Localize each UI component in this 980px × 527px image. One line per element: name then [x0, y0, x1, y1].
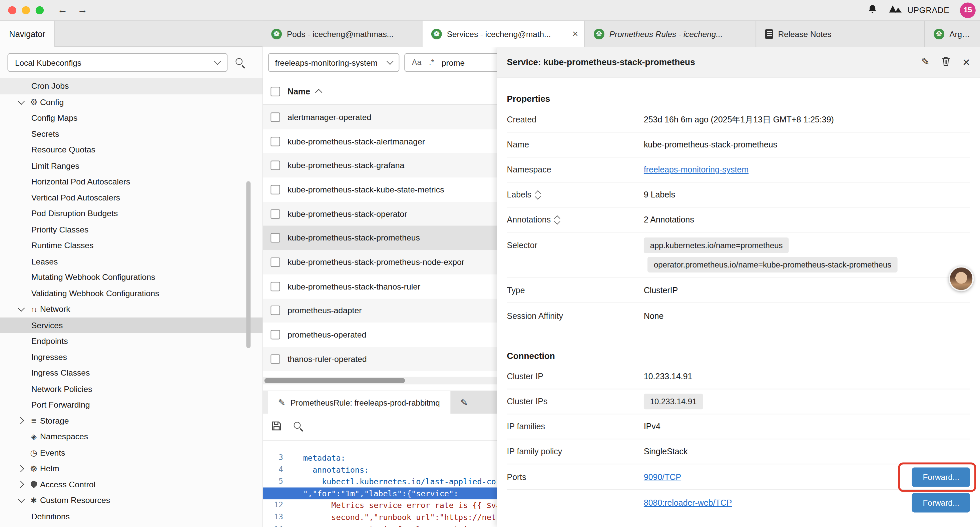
sidebar-item[interactable]: Config: [0, 94, 262, 110]
sidebar-item[interactable]: Mutating Webhook Configurations: [0, 269, 262, 285]
table-row[interactable]: kube-prometheus-stack-operator: [263, 202, 497, 226]
services-search-box[interactable]: Aa .* prome: [404, 53, 497, 72]
port-link-8080[interactable]: 8080:reloader-web/TCP: [644, 498, 732, 507]
close-tab-icon[interactable]: ×: [573, 29, 578, 39]
sidebar-item[interactable]: Priority Classes: [0, 221, 262, 237]
dock-tab-prometheusrule[interactable]: ✎ PrometheusRule: freeleaps-prod-rabbitm…: [268, 391, 450, 414]
sidebar-item[interactable]: Ingresses: [0, 349, 262, 365]
sidebar-item[interactable]: Cron Jobs: [0, 78, 262, 94]
editor-line[interactable]: 13 second.","runbook_url":"https://net: [263, 511, 497, 523]
row-checkbox[interactable]: [270, 306, 280, 315]
sidebar-search-icon[interactable]: [235, 57, 245, 69]
tab-navigator[interactable]: Navigator: [0, 21, 55, 47]
table-row[interactable]: prometheus-adapter: [263, 299, 497, 323]
table-row[interactable]: kube-prometheus-stack-prometheus-node-ex…: [263, 250, 497, 274]
port-link-9090[interactable]: 9090/TCP: [644, 472, 681, 482]
edit-icon[interactable]: ✎: [921, 57, 930, 67]
kubeconfig-select[interactable]: Local Kubeconfigs: [7, 53, 228, 72]
forward-button-8080[interactable]: Forward...: [912, 493, 970, 512]
horizontal-scrollbar-thumb[interactable]: [264, 378, 405, 383]
sidebar-item[interactable]: Leases: [0, 253, 262, 269]
editor-tab[interactable]: Argo S... ×: [925, 21, 980, 47]
notifications-bell-icon[interactable]: [867, 3, 878, 16]
sidebar-item[interactable]: Namespaces: [0, 428, 262, 444]
expand-labels-icon[interactable]: [536, 191, 540, 198]
editor-line[interactable]: 3 metadata:: [263, 452, 497, 464]
row-checkbox[interactable]: [270, 330, 280, 339]
table-row[interactable]: kube-prometheus-stack-thanos-ruler: [263, 274, 497, 298]
row-checkbox[interactable]: [270, 233, 280, 242]
forward-arrow-icon[interactable]: →: [77, 4, 88, 16]
editor-line[interactable]: 12 Metrics service error rate is {{ $va: [263, 499, 497, 511]
namespace-link[interactable]: freeleaps-monitoring-system: [644, 165, 749, 174]
editor-line[interactable]: 14 error rate in freeleaps metrics ser: [263, 523, 497, 527]
sidebar-item[interactable]: Endpoints: [0, 333, 262, 349]
sidebar-item[interactable]: Horizontal Pod Autoscalers: [0, 174, 262, 190]
sidebar-item[interactable]: Config Maps: [0, 110, 262, 126]
editor-search-icon[interactable]: [293, 421, 303, 433]
row-checkbox[interactable]: [270, 258, 280, 267]
row-checkbox[interactable]: [270, 209, 280, 218]
yaml-editor[interactable]: 3 metadata: 4 annotations: 5 kubectl.kub…: [263, 441, 497, 527]
row-checkbox[interactable]: [270, 137, 280, 146]
editor-tab[interactable]: Prometheus Rules - icecheng... ×: [585, 21, 756, 47]
delete-icon[interactable]: [941, 56, 951, 68]
sidebar-item-label: Horizontal Pod Autoscalers: [31, 177, 130, 186]
editor-line[interactable]: 4 annotations:: [263, 463, 497, 476]
match-case-toggle[interactable]: Aa: [412, 58, 422, 67]
table-row[interactable]: kube-prometheus-stack-prometheus: [263, 226, 497, 250]
sidebar-item[interactable]: Runtime Classes: [0, 237, 262, 253]
sidebar-item[interactable]: Port Forwarding: [0, 397, 262, 413]
regex-toggle[interactable]: .*: [429, 58, 434, 67]
sidebar-item[interactable]: Events: [0, 444, 262, 461]
sidebar-item[interactable]: Pod Disruption Budgets: [0, 205, 262, 221]
table-row[interactable]: thanos-ruler-operated: [263, 347, 497, 371]
namespace-select[interactable]: freeleaps-monitoring-system: [268, 53, 399, 72]
name-column-header[interactable]: Name: [288, 87, 321, 96]
editor-tab[interactable]: Release Notes ×: [756, 21, 925, 47]
table-row[interactable]: alertmanager-operated: [263, 105, 497, 129]
sidebar-item[interactable]: Vertical Pod Autoscalers: [0, 190, 262, 206]
table-row[interactable]: kube-prometheus-stack-grafana: [263, 153, 497, 177]
table-row[interactable]: kube-prometheus-stack-kube-state-metrics: [263, 177, 497, 201]
row-checkbox[interactable]: [270, 354, 280, 363]
sidebar-item[interactable]: Validating Webhook Configurations: [0, 285, 262, 301]
sidebar-item[interactable]: Services: [0, 317, 262, 333]
editor-line[interactable]: 5 kubectl.kubernetes.io/last-applied-co: [263, 476, 497, 488]
row-checkbox[interactable]: [270, 185, 280, 194]
row-checkbox[interactable]: [270, 161, 280, 170]
sidebar-item[interactable]: Resource Quotas: [0, 142, 262, 158]
editor-tab[interactable]: Pods - icecheng@mathmas... ×: [262, 21, 423, 47]
table-row[interactable]: prometheus-operated: [263, 323, 497, 347]
sidebar-item[interactable]: Access Control: [0, 477, 262, 493]
sidebar-item[interactable]: Storage: [0, 413, 262, 429]
editor-tab[interactable]: Services - icecheng@math... ×: [423, 21, 585, 47]
upgrade-button[interactable]: UPGRADE: [889, 4, 949, 16]
row-checkbox[interactable]: [270, 112, 280, 122]
row-checkbox[interactable]: [270, 282, 280, 291]
editor-line[interactable]: ","for":"1m","labels":{"service":: [263, 487, 497, 499]
sidebar-item[interactable]: Network: [0, 301, 262, 317]
dock-tab-partial[interactable]: ✎: [450, 391, 497, 414]
forward-button-9090[interactable]: Forward...: [912, 467, 970, 487]
expand-annotations-icon[interactable]: [555, 216, 559, 223]
user-avatar[interactable]: [949, 266, 974, 291]
table-row[interactable]: kube-prometheus-stack-alertmanager: [263, 129, 497, 153]
close-window-button[interactable]: [8, 6, 16, 14]
search-input[interactable]: prome: [442, 58, 465, 67]
sidebar-item[interactable]: Secrets: [0, 126, 262, 142]
sidebar-item[interactable]: Helm: [0, 461, 262, 477]
sidebar-item[interactable]: Definitions: [0, 508, 262, 524]
sidebar-item[interactable]: Network Policies: [0, 381, 262, 397]
notification-count-badge[interactable]: 15: [960, 2, 976, 18]
zoom-window-button[interactable]: [36, 6, 44, 14]
save-icon[interactable]: [271, 420, 282, 433]
select-all-checkbox[interactable]: [270, 87, 280, 96]
sidebar-item[interactable]: Custom Resources: [0, 492, 262, 508]
minimize-window-button[interactable]: [22, 6, 30, 14]
sidebar-item[interactable]: Limit Ranges: [0, 158, 262, 174]
sidebar-item[interactable]: Ingress Classes: [0, 365, 262, 381]
back-arrow-icon[interactable]: ←: [57, 4, 67, 16]
sidebar-scrollbar[interactable]: [246, 181, 250, 348]
close-drawer-icon[interactable]: ×: [963, 56, 970, 68]
